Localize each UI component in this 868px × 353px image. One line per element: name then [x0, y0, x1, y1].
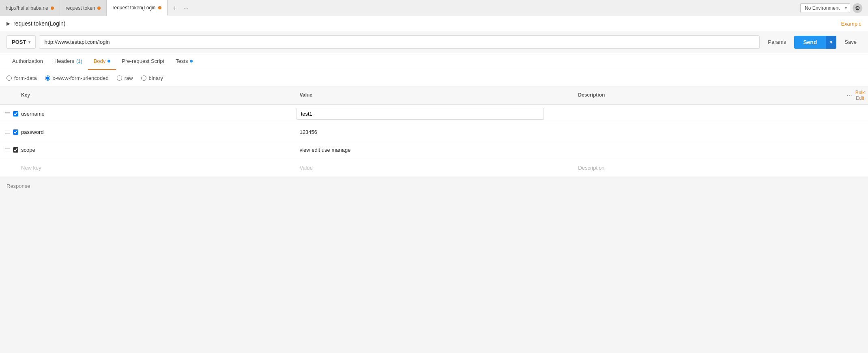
- urlencoded-radio[interactable]: [45, 75, 50, 81]
- tab-1-label: http://hsf.alibaba.ne: [6, 5, 48, 11]
- form-data-radio[interactable]: [6, 75, 12, 81]
- url-bar: POST ▾ Params Send ▾ Save: [0, 31, 868, 53]
- table-row: username: [0, 105, 868, 123]
- raw-option[interactable]: raw: [117, 75, 133, 81]
- binary-option[interactable]: binary: [141, 75, 163, 81]
- sub-nav: Authorization Headers (1) Body Pre-reque…: [0, 53, 868, 70]
- tab-pre-request-label: Pre-request Script: [122, 58, 164, 64]
- tab-1-dot: [51, 6, 54, 10]
- row1-checkbox-drag: [0, 111, 16, 116]
- send-dropdown-button[interactable]: ▾: [826, 36, 836, 49]
- env-selector: No Environment ▾ ⚙: [795, 0, 868, 16]
- row2-value-text: 123456: [295, 126, 574, 138]
- row3-description: [573, 147, 852, 153]
- table-header-actions: ··· Bulk Edit: [852, 90, 868, 101]
- params-button[interactable]: Params: [763, 36, 791, 48]
- tab-2-dot: [97, 6, 101, 10]
- table-header: Key Value Description ··· Bulk Edit: [0, 86, 868, 105]
- method-dropdown-icon: ▾: [28, 40, 30, 44]
- urlencoded-label: x-www-form-urlencoded: [53, 75, 109, 81]
- row1-drag-handle[interactable]: [3, 112, 11, 115]
- table-row: password 123456: [0, 123, 868, 141]
- table-header-value: Value: [295, 90, 574, 101]
- request-title-bar: ▶ request token(Login) Example: [0, 16, 868, 31]
- example-link[interactable]: Example: [841, 21, 862, 27]
- bulk-edit-button[interactable]: Bulk Edit: [855, 90, 865, 101]
- tab-pre-request[interactable]: Pre-request Script: [116, 53, 170, 70]
- tab-authorization-label: Authorization: [12, 58, 43, 64]
- tests-dot: [190, 60, 193, 62]
- row3-checkbox-drag: [0, 147, 16, 153]
- tab-headers-label: Headers: [54, 58, 74, 64]
- row1-key: username: [16, 108, 295, 120]
- tab-2[interactable]: request token: [60, 0, 107, 16]
- binary-radio[interactable]: [141, 75, 146, 81]
- row3-drag-handle[interactable]: [3, 149, 11, 151]
- more-tabs-button[interactable]: ···: [182, 3, 190, 13]
- url-input[interactable]: [39, 35, 760, 49]
- row3-key: scope: [16, 144, 295, 156]
- method-label: POST: [12, 39, 26, 45]
- body-dot: [107, 60, 110, 62]
- binary-label: binary: [149, 75, 163, 81]
- environment-gear-icon[interactable]: ⚙: [853, 3, 862, 13]
- tab-tests[interactable]: Tests: [170, 53, 198, 70]
- form-data-label: form-data: [14, 75, 37, 81]
- env-dropdown-wrapper: No Environment ▾: [800, 3, 850, 13]
- table-header-key: Key: [16, 90, 295, 101]
- response-section: Response: [0, 177, 868, 195]
- row2-drag-handle[interactable]: [3, 131, 11, 133]
- add-tab-button[interactable]: +: [172, 3, 178, 13]
- row2-key: password: [16, 126, 295, 138]
- title-arrow-icon: ▶: [6, 21, 10, 26]
- new-row-key-placeholder[interactable]: New key: [16, 161, 295, 174]
- request-title: ▶ request token(Login): [6, 20, 65, 27]
- environment-select[interactable]: No Environment: [800, 3, 850, 13]
- tab-3-dot: [158, 6, 161, 9]
- tab-body[interactable]: Body: [88, 53, 116, 70]
- tab-headers[interactable]: Headers (1): [49, 53, 88, 70]
- request-title-text: request token(Login): [13, 20, 65, 27]
- method-selector[interactable]: POST ▾: [6, 35, 36, 49]
- urlencoded-option[interactable]: x-www-form-urlencoded: [45, 75, 109, 81]
- form-data-option[interactable]: form-data: [6, 75, 37, 81]
- tab-2-label: request token: [66, 5, 95, 11]
- table-row-new: New key Value Description: [0, 159, 868, 177]
- table-header-empty: [0, 90, 16, 101]
- tab-3-label: request token(Login: [112, 5, 155, 11]
- row2-description: [573, 129, 852, 136]
- tab-3[interactable]: request token(Login: [107, 0, 167, 16]
- send-btn-group: Send ▾: [794, 36, 836, 49]
- body-type-bar: form-data x-www-form-urlencoded raw bina…: [0, 70, 868, 86]
- table-header-description: Description: [573, 90, 852, 101]
- send-button[interactable]: Send: [794, 36, 826, 49]
- row1-value-cell: [295, 105, 574, 123]
- table-row: scope view edit use manage: [0, 141, 868, 159]
- new-row-description-placeholder[interactable]: Description: [573, 161, 852, 174]
- tab-body-label: Body: [94, 58, 106, 64]
- response-label: Response: [6, 183, 30, 189]
- row2-checkbox-drag: [0, 129, 16, 135]
- tabs-bar: http://hsf.alibaba.ne request token requ…: [0, 0, 868, 16]
- save-button[interactable]: Save: [840, 36, 862, 48]
- new-row-checkbox-drag: [0, 165, 16, 170]
- raw-radio[interactable]: [117, 75, 122, 81]
- headers-badge: (1): [76, 58, 82, 64]
- tab-tests-label: Tests: [176, 58, 188, 64]
- tab-1[interactable]: http://hsf.alibaba.ne: [0, 0, 60, 16]
- new-row-value-placeholder[interactable]: Value: [295, 161, 574, 174]
- params-table: Key Value Description ··· Bulk Edit user…: [0, 86, 868, 177]
- tab-authorization[interactable]: Authorization: [6, 53, 49, 70]
- tab-actions: + ···: [168, 3, 195, 13]
- table-more-button[interactable]: ···: [847, 92, 852, 99]
- row3-value-text: view edit use manage: [295, 144, 574, 156]
- row1-value-input[interactable]: [296, 108, 544, 120]
- raw-label: raw: [125, 75, 133, 81]
- row1-description: [573, 111, 852, 117]
